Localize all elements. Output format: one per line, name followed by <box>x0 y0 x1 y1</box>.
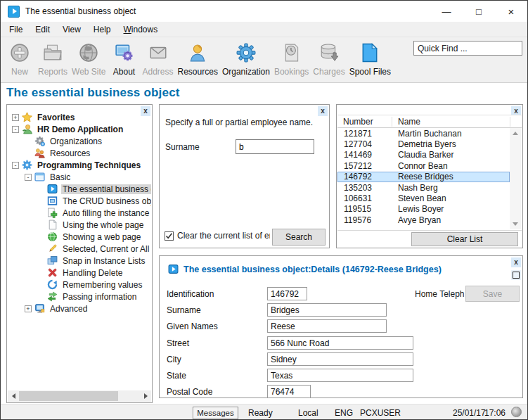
website-button[interactable]: Web Site <box>70 42 108 78</box>
status-ready: Ready <box>248 408 273 418</box>
scroll-right-arrow[interactable] <box>140 390 151 402</box>
find-panel-close-button[interactable]: x <box>318 106 328 116</box>
globe-icon <box>47 231 58 242</box>
scroll-left-arrow[interactable] <box>8 390 19 402</box>
tree-item-crud-business-object[interactable]: The CRUD business object <box>8 195 151 207</box>
expand-icon[interactable]: + <box>25 305 32 312</box>
app-icon <box>8 6 20 18</box>
table-row[interactable]: 127704 Demetria Byers <box>337 139 510 149</box>
tree-item-passing-information[interactable]: Passing information <box>8 291 151 303</box>
status-language: ENG <box>335 408 353 418</box>
tree-item-auto-filling[interactable]: Auto filling the instance list <box>8 207 151 219</box>
tree-item-resources[interactable]: Resources <box>8 147 151 159</box>
collapse-icon[interactable]: - <box>12 126 19 133</box>
table-row[interactable]: 119576 Avye Bryan <box>337 215 510 225</box>
play-icon <box>47 184 58 194</box>
address-button[interactable]: Address <box>141 42 176 78</box>
status-time: 17:06 <box>484 408 506 418</box>
about-button[interactable]: About <box>108 42 141 78</box>
reports-button[interactable]: Reports <box>36 42 70 78</box>
expand-icon[interactable]: + <box>12 114 19 121</box>
window-title: The essential business object <box>25 6 136 16</box>
scroll-down-arrow[interactable] <box>510 219 521 229</box>
refresh-icon <box>47 279 58 290</box>
table-row[interactable]: 121871 Martin Buchanan <box>337 128 510 139</box>
given-names-input[interactable] <box>267 319 387 333</box>
tree-item-favorites[interactable]: + Favorites <box>8 111 151 123</box>
tree-item-programming-techniques[interactable]: - Programming Techniques <box>8 159 151 171</box>
table-row[interactable]: 106631 Steven Bean <box>337 193 510 203</box>
maximize-button[interactable]: □ <box>463 1 495 22</box>
scroll-up-arrow[interactable] <box>510 128 521 139</box>
menu-file[interactable]: File <box>3 23 29 36</box>
clear-list-checkbox-label[interactable]: Clear the current list of emp <box>177 231 270 241</box>
list-vertical-scrollbar[interactable] <box>510 128 521 229</box>
hr-user-icon <box>22 124 32 134</box>
list-footer: Clear List <box>337 230 522 247</box>
navigation-tree-panel: x + Favorites - HR Demo Application <box>6 104 153 403</box>
crud-window-icon <box>47 196 58 206</box>
bookings-button[interactable]: Bookings <box>272 42 311 78</box>
tree-item-remembering-values[interactable]: Remembering values <box>8 279 151 291</box>
table-row-selected[interactable]: 146792 Reese Bridges <box>337 172 510 182</box>
city-input[interactable] <box>267 352 413 366</box>
collapse-icon[interactable]: - <box>12 162 19 169</box>
scrollbar-thumb[interactable] <box>19 391 118 401</box>
surname-input[interactable] <box>236 139 314 154</box>
messages-button[interactable]: Messages <box>193 407 238 419</box>
tree-item-snap-instance-lists[interactable]: Snap in Instance Lists <box>8 255 151 267</box>
menu-windows[interactable]: Windows <box>117 23 165 36</box>
surname-detail-input[interactable] <box>267 303 387 317</box>
window-icon <box>34 172 45 182</box>
clear-list-button[interactable]: Clear List <box>411 232 518 246</box>
add-page-icon <box>47 208 58 218</box>
street-input[interactable] <box>267 336 413 350</box>
organization-button[interactable]: Organization <box>220 42 272 78</box>
tree-item-basic[interactable]: - Basic <box>8 171 151 183</box>
menu-view[interactable]: View <box>56 23 87 36</box>
search-button[interactable]: Search <box>272 229 326 246</box>
employee-list: 121871 Martin Buchanan 127704 Demetria B… <box>337 128 510 226</box>
resources-button[interactable]: Resources <box>176 42 220 78</box>
column-header-number[interactable]: Number <box>337 117 392 127</box>
tree-item-web-page[interactable]: Showing a web page <box>8 231 151 243</box>
resources-people-icon <box>34 148 45 158</box>
charges-label: Charges <box>313 67 345 77</box>
column-header-name[interactable]: Name <box>392 117 510 127</box>
table-row[interactable]: 119515 Lewis Boyer <box>337 204 510 215</box>
postal-code-input[interactable] <box>267 385 311 398</box>
new-button[interactable]: New <box>4 42 36 78</box>
tree-item-whole-page[interactable]: Using the whole page <box>8 219 151 231</box>
menu-edit[interactable]: Edit <box>29 23 56 36</box>
state-input[interactable] <box>267 369 413 382</box>
city-label: City <box>167 355 267 364</box>
minimize-button[interactable]: — <box>430 1 463 22</box>
quick-find-input[interactable] <box>413 41 522 56</box>
charges-button[interactable]: Charges <box>311 42 347 78</box>
details-panel-close-button[interactable]: x <box>511 257 521 267</box>
identification-input[interactable] <box>267 287 307 300</box>
tree-item-handling-delete[interactable]: Handling Delete <box>8 267 151 279</box>
tree-horizontal-scrollbar[interactable] <box>8 390 151 402</box>
new-icon <box>10 43 30 65</box>
table-row[interactable]: 135203 Nash Berg <box>337 182 510 193</box>
tree-item-selected-current-all[interactable]: Selected, Current or All Ent <box>8 243 151 255</box>
tree-item-advanced[interactable]: + Advanced <box>8 303 151 314</box>
spoolfiles-button[interactable]: Spool Files <box>347 42 393 78</box>
state-label: State <box>167 371 267 381</box>
tree-item-hr-demo-application[interactable]: - HR Demo Application <box>8 123 151 135</box>
tree-item-essential-business-object[interactable]: The essential business obje <box>8 183 151 195</box>
save-button[interactable]: Save <box>465 286 520 302</box>
menu-help[interactable]: Help <box>87 23 117 36</box>
search-instruction: Specify a full or partial employee name. <box>165 117 313 127</box>
clear-list-checkbox[interactable] <box>165 231 174 241</box>
table-row[interactable]: 157212 Connor Bean <box>337 160 510 171</box>
title-bar: The essential business object — □ × <box>1 1 527 22</box>
details-panel-maximize-button[interactable] <box>511 270 521 280</box>
close-button[interactable]: × <box>495 1 527 22</box>
tree-item-organizations[interactable]: Organizations <box>8 135 151 147</box>
status-indicator-icon <box>511 407 522 417</box>
collapse-icon[interactable]: - <box>25 174 32 181</box>
snap-icon <box>47 255 58 266</box>
table-row[interactable]: 141469 Claudia Barker <box>337 150 510 160</box>
